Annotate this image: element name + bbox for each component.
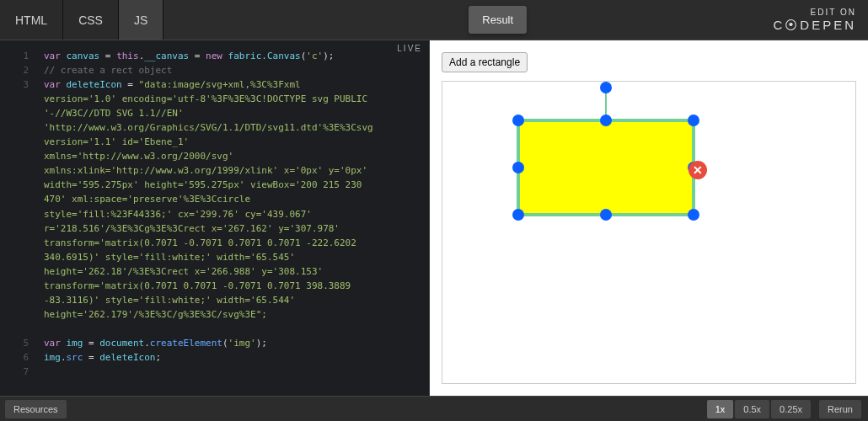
codepen-brand[interactable]: EDIT ON C⦿DEPEN bbox=[773, 8, 868, 33]
codepen-logo: C⦿DEPEN bbox=[773, 18, 856, 33]
zoom-05x-button[interactable]: 0.5x bbox=[735, 400, 769, 418]
tab-html[interactable]: HTML bbox=[0, 0, 63, 40]
add-rectangle-button[interactable]: Add a rectangle bbox=[442, 52, 528, 72]
result-button[interactable]: Result bbox=[469, 6, 527, 34]
main: LIVE 1var canvas = this.__canvas = new f… bbox=[0, 40, 868, 396]
tab-js[interactable]: JS bbox=[119, 0, 163, 40]
code-editor[interactable]: 1var canvas = this.__canvas = new fabric… bbox=[0, 40, 429, 387]
edit-on-label: EDIT ON bbox=[773, 8, 856, 18]
zoom-025x-button[interactable]: 0.25x bbox=[771, 400, 811, 418]
footer: Resources 1x 0.5x 0.25x Rerun bbox=[0, 396, 868, 421]
rerun-button[interactable]: Rerun bbox=[819, 400, 861, 418]
resize-handle-ml[interactable] bbox=[512, 162, 524, 173]
live-badge: LIVE bbox=[397, 44, 422, 53]
delete-icon[interactable]: ✕ bbox=[689, 161, 707, 179]
zoom-group: 1x 0.5x 0.25x bbox=[705, 400, 811, 418]
editor-tabs: HTML CSS JS bbox=[0, 0, 163, 40]
rectangle-object[interactable]: ✕ bbox=[517, 119, 695, 216]
resize-handle-tr[interactable] bbox=[688, 115, 699, 126]
resources-button[interactable]: Resources bbox=[5, 400, 67, 418]
resize-handle-bl[interactable] bbox=[512, 209, 524, 221]
result-pane: Add a rectangle ✕ bbox=[430, 40, 868, 396]
resize-handle-tm[interactable] bbox=[600, 115, 612, 126]
editor-pane[interactable]: LIVE 1var canvas = this.__canvas = new f… bbox=[0, 40, 430, 396]
resize-handle-bm[interactable] bbox=[600, 209, 612, 221]
zoom-1x-button[interactable]: 1x bbox=[707, 400, 734, 418]
header: HTML CSS JS Result EDIT ON C⦿DEPEN bbox=[0, 0, 868, 40]
tab-css[interactable]: CSS bbox=[63, 0, 119, 40]
canvas[interactable]: ✕ bbox=[442, 81, 856, 384]
resize-handle-br[interactable] bbox=[688, 209, 699, 221]
rotation-handle[interactable] bbox=[600, 82, 612, 93]
resize-handle-tl[interactable] bbox=[512, 115, 524, 126]
